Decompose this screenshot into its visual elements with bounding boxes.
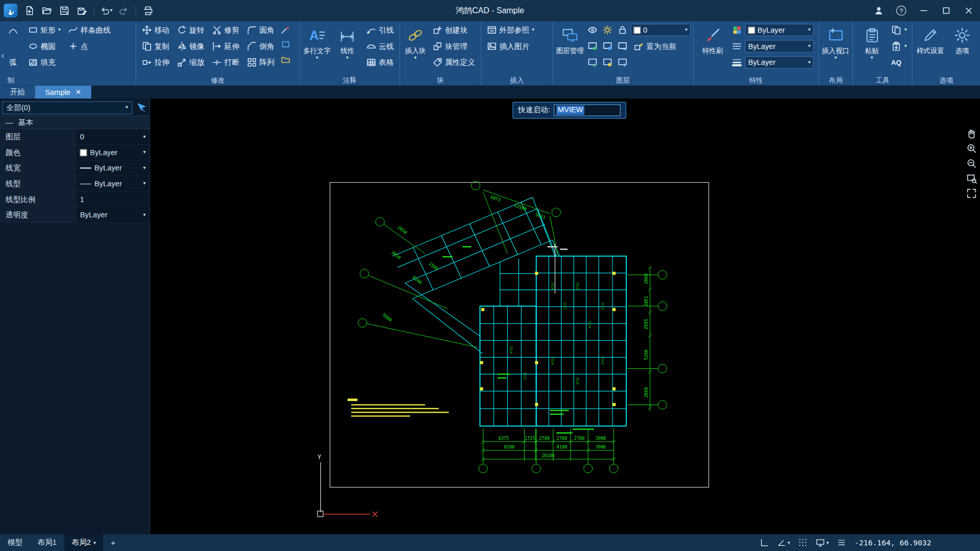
tab-start[interactable]: 开始: [0, 86, 35, 99]
tab-layout1[interactable]: 布局1: [30, 534, 64, 551]
caret-down-icon[interactable]: ▾: [346, 56, 349, 61]
prop-value-linetype[interactable]: ByLayer▾: [76, 176, 149, 191]
prop-value-transparency[interactable]: ByLayer▾: [76, 208, 149, 222]
prop-value-layer[interactable]: 0▾: [76, 129, 149, 144]
caret-down-icon[interactable]: ▾: [835, 56, 837, 61]
zoom-in-button[interactable]: [964, 141, 978, 155]
status-menu-button[interactable]: [837, 538, 846, 547]
move-button[interactable]: 移动: [139, 22, 173, 38]
insert-block-button[interactable]: 插入块 ▾: [403, 22, 428, 77]
extend-button[interactable]: 延伸: [209, 38, 242, 55]
caret-down-icon[interactable]: ▾: [316, 56, 318, 61]
caret-down-icon[interactable]: ▾: [808, 28, 811, 33]
ellipse-button[interactable]: 椭圆: [25, 38, 64, 55]
array-button[interactable]: 阵列: [244, 55, 278, 71]
ribbon-collapse-icon[interactable]: ‹: [1, 50, 4, 60]
chamfer-button[interactable]: 倒角: [244, 38, 278, 55]
tab-model[interactable]: 模型: [0, 534, 30, 551]
redo-button[interactable]: [116, 3, 132, 18]
section-basic[interactable]: — 基本: [0, 116, 150, 130]
match-properties-button[interactable]: 特性刷: [696, 22, 729, 77]
block-manager-button[interactable]: 块管理: [429, 38, 478, 55]
revision-cloud-button[interactable]: 云线: [363, 38, 397, 55]
create-block-button[interactable]: 创建块: [429, 22, 478, 38]
caret-down-icon[interactable]: ▾: [685, 28, 688, 33]
insert-image-button[interactable]: 插入图片: [484, 38, 537, 55]
attribute-define-button[interactable]: 属性定义: [429, 55, 478, 71]
rotate-button[interactable]: 旋转: [174, 22, 207, 38]
layer-lock-button[interactable]: [616, 22, 629, 37]
caret-down-icon[interactable]: ▾: [143, 134, 145, 139]
caret-down-icon[interactable]: ▾: [414, 56, 416, 61]
layer-merge-button[interactable]: [601, 55, 615, 70]
caret-down-icon[interactable]: ▾: [826, 540, 829, 545]
help-button[interactable]: ?: [890, 0, 913, 21]
layer-visibility-button[interactable]: [585, 22, 599, 37]
caret-down-icon[interactable]: ▾: [143, 150, 145, 155]
caret-down-icon[interactable]: ▾: [143, 212, 145, 217]
layer-manager-button[interactable]: 图层管理: [556, 22, 584, 77]
undo-caret-icon[interactable]: ▾: [110, 8, 112, 13]
rectangle-button[interactable]: 矩形▾: [25, 22, 64, 38]
spline-button[interactable]: 样条曲线: [65, 22, 114, 38]
save-button[interactable]: [56, 3, 72, 18]
paste-special-button[interactable]: [889, 39, 903, 54]
drawing-canvas[interactable]: 6375 1725 2700 2700 2700 3900 8100 8100 …: [150, 98, 980, 534]
zoom-window-button[interactable]: [964, 171, 978, 185]
layer-state-isolate-button[interactable]: [601, 39, 615, 54]
quick-select-button[interactable]: [134, 101, 148, 114]
caret-down-icon[interactable]: ▾: [871, 56, 873, 61]
leader-button[interactable]: 引线: [363, 22, 397, 38]
caret-down-icon[interactable]: ▾: [93, 540, 96, 545]
prop-value-lineweight[interactable]: ByLayer▾: [76, 161, 149, 176]
copy-clip-button[interactable]: [889, 22, 903, 37]
minimize-button[interactable]: [913, 0, 935, 21]
layer-freeze-button[interactable]: [601, 22, 615, 37]
region-button[interactable]: [279, 37, 292, 52]
stretch-button[interactable]: 拉伸: [139, 55, 173, 71]
tab-layout2[interactable]: 布局2▾: [64, 534, 104, 551]
arc-label-button[interactable]: 弧: [6, 55, 20, 71]
maximize-button[interactable]: [935, 0, 958, 21]
selection-filter-combo[interactable]: 全部(0) ▾: [2, 101, 133, 114]
caret-down-icon[interactable]: ▾: [808, 60, 811, 65]
user-account-icon[interactable]: [868, 0, 890, 21]
table-button[interactable]: 表格: [363, 55, 397, 71]
mtext-button[interactable]: A 多行文字 ▾: [303, 22, 332, 77]
fillet-button[interactable]: 圆角: [244, 22, 278, 38]
caret-down-icon[interactable]: ▾: [788, 540, 790, 545]
insert-viewport-button[interactable]: 插入视口 ▾: [821, 22, 850, 77]
scale-button[interactable]: 缩放: [174, 55, 207, 71]
hatch-button[interactable]: 填充: [25, 55, 64, 71]
caret-down-icon[interactable]: ▾: [126, 105, 128, 110]
caret-down-icon[interactable]: ▾: [532, 28, 534, 33]
caret-down-icon[interactable]: ▾: [143, 181, 145, 186]
arc-button[interactable]: [5, 22, 21, 38]
fullscreen-button[interactable]: [964, 186, 978, 200]
pan-button[interactable]: [964, 126, 978, 140]
new-file-button[interactable]: [21, 3, 38, 18]
style-settings-button[interactable]: 样式设置: [915, 22, 946, 77]
lineweight-combo[interactable]: ByLayer ▾: [745, 56, 814, 68]
open-file-button[interactable]: [39, 3, 55, 18]
prop-value-color[interactable]: ByLayer▾: [76, 145, 149, 160]
folder-button[interactable]: [279, 52, 292, 67]
caret-down-icon[interactable]: ▾: [904, 44, 907, 49]
prop-value-ltscale[interactable]: 1: [76, 192, 149, 207]
layer-off-button[interactable]: [585, 55, 599, 70]
save-as-button[interactable]: [74, 3, 90, 18]
linear-dimension-button[interactable]: 线性 ▾: [333, 22, 362, 77]
options-button[interactable]: 选项: [947, 22, 977, 77]
caret-down-icon[interactable]: ▾: [904, 28, 907, 33]
layer-walk-button[interactable]: [616, 55, 629, 70]
layer-state-on-button[interactable]: [585, 39, 599, 54]
layer-state-restore-button[interactable]: [616, 39, 629, 54]
zoom-out-button[interactable]: [964, 156, 978, 170]
quick-launch-input[interactable]: MVIEW: [554, 104, 621, 116]
print-button[interactable]: [140, 3, 156, 18]
display-mode-toggle[interactable]: ▾: [816, 538, 829, 547]
copy-button[interactable]: 复制: [139, 38, 173, 55]
tab-sample[interactable]: Sample✕: [35, 86, 91, 99]
add-layout-button[interactable]: +: [104, 534, 123, 551]
polar-tracking-toggle[interactable]: ▾: [777, 538, 790, 547]
